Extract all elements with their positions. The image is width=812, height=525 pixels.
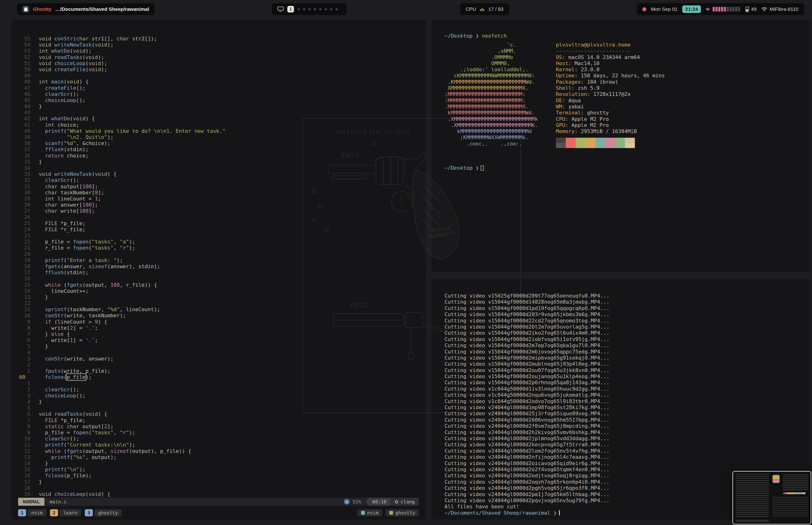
workspaces-segment[interactable]: 1 bbox=[272, 3, 347, 15]
line-number: 10 bbox=[11, 436, 39, 442]
separator-triangle bbox=[366, 498, 369, 506]
code-line: 47 createFile(); bbox=[11, 85, 422, 91]
prompt-symbol: ❯ bbox=[554, 510, 556, 516]
active-app-segment[interactable]: Ghostty …/Documents/Shaved Sheep/rawanim… bbox=[17, 3, 155, 15]
neofetch-ascii-apple: 'c. ,xNMM. .OMMMMo OMMM0, .;loddo:' lool… bbox=[445, 42, 538, 147]
workspace-dot[interactable] bbox=[308, 8, 311, 10]
palette-swatch bbox=[605, 138, 615, 143]
apple-menu-icon[interactable] bbox=[642, 7, 646, 11]
code-line: 31 char output[100]; bbox=[11, 183, 422, 190]
log-line: Cutting video v24044gl0000d2h2kivog65vmv… bbox=[445, 429, 610, 435]
ascii-art-line: .MMMMMMMMMMMMMMMMMMMMMMMMX. bbox=[445, 104, 538, 110]
palette-swatch bbox=[566, 138, 576, 143]
line-number: 8 bbox=[11, 325, 39, 331]
log-line: Cutting video v15044gf0000d2iko2fog65l6u… bbox=[445, 330, 610, 336]
code-line: 17 fflush(stdin); bbox=[11, 270, 422, 276]
neofetch-title: plvsvltra@plvsvltra.home bbox=[556, 42, 665, 48]
status-segment[interactable]: Mon Sep 01 21:24 49 MiFibra-8110 bbox=[637, 3, 804, 15]
tmux-window-nvim[interactable]: 1nvim bbox=[18, 509, 46, 516]
terminal-pane-editor[interactable]: 55void conStr(char str1[], char str2[]);… bbox=[11, 19, 426, 520]
terminal-pane-neofetch[interactable]: ~/Desktop ❯ neofetch 'c. ,xNMM. .OMMMMo … bbox=[431, 19, 811, 272]
ascii-art-line: .;loddo:' loolloddol;. bbox=[445, 66, 538, 73]
pip-apple-logo bbox=[772, 475, 780, 483]
line-number: 30 bbox=[11, 190, 39, 196]
palette-swatch bbox=[585, 143, 595, 148]
line-number: 53 bbox=[11, 48, 39, 54]
neofetch-separator: ------------------------ bbox=[556, 48, 665, 54]
log-output: Cutting video v15025gf0000d289t77og65oen… bbox=[445, 293, 610, 516]
tmux-window-ghostty[interactable]: 3ghostty bbox=[85, 509, 121, 516]
pip-log-thumb bbox=[772, 497, 808, 516]
code-line: 55void conStr(char str1[], char str2[]); bbox=[11, 36, 422, 42]
neofetch-row-terminal: Terminal: ghostty bbox=[556, 110, 665, 116]
line-number: 9 bbox=[11, 430, 39, 436]
line-number: 25 bbox=[11, 221, 39, 227]
line-number: 18 bbox=[11, 485, 39, 491]
code-line: 28 char answer[100]; bbox=[11, 202, 422, 208]
workspace-dot[interactable] bbox=[336, 8, 338, 10]
desktop: PATENTED JAN. 28, 1913 FIG.1 STOLEN PROP… bbox=[0, 0, 812, 525]
neofetch-row-uptime: Uptime: 150 days, 22 hours, 46 mins bbox=[556, 73, 665, 79]
code-line: 18 bbox=[11, 485, 422, 491]
code-line: 5 bbox=[11, 405, 422, 411]
battery-indicator[interactable]: 49 bbox=[746, 6, 756, 12]
line-number: 23 bbox=[11, 232, 39, 239]
line-number: 11 bbox=[11, 306, 39, 313]
log-line: Cutting video v15025gf0000d289t77og65oen… bbox=[445, 293, 610, 299]
shell-prompt-current: ~/Documents/Shaved Sheep/rawanimal ❯ bbox=[445, 510, 610, 516]
clock-badge[interactable]: 21:24 bbox=[682, 5, 701, 13]
ascii-art-line: OMMM0, bbox=[445, 60, 538, 66]
palette-swatch bbox=[566, 143, 576, 148]
workspace-dot[interactable] bbox=[298, 8, 300, 10]
neofetch-info-block: plvsvltra@plvsvltra.home ---------------… bbox=[556, 42, 665, 148]
log-line: Cutting video v15044gf0000d2p6rhnog65qa8… bbox=[445, 379, 610, 386]
line-number: 12 bbox=[11, 300, 39, 306]
tmux-window-learn[interactable]: 2learn bbox=[50, 509, 81, 516]
window-title-path: …/Documents/Shaved Sheep/rawanimal bbox=[55, 6, 149, 12]
wifi-indicator[interactable]: MiFibra-8110 bbox=[761, 6, 798, 12]
log-line: Cutting video v15044gf0000d1pd19fog65qqo… bbox=[445, 305, 610, 311]
code-line: 51void choiceLoop(void); bbox=[11, 60, 422, 66]
tmux-status-nvim: nvim bbox=[357, 509, 382, 516]
workspace-dot[interactable] bbox=[314, 8, 316, 10]
workspace-dot[interactable] bbox=[325, 8, 327, 10]
line-number: 1 bbox=[11, 368, 39, 374]
code-line: 7 FILE *p_file; bbox=[11, 417, 422, 423]
line-number: 49 bbox=[11, 73, 39, 79]
log-line: Cutting video v15044gf0000d2ou07fog65u3j… bbox=[445, 367, 610, 373]
code-line: 19 printf("Enter a task: "); bbox=[11, 257, 422, 264]
ascii-art-line: kMMMMMMMMMMMMMMMMMMMMMMMMWd. bbox=[445, 110, 538, 116]
cpu-segment[interactable]: CPU 17 / 83 bbox=[460, 3, 509, 15]
pip-editor-thumb bbox=[736, 474, 769, 518]
ascii-art-line: .XMMMMMMMMMMMMMMMMMMMMMMMMMMk bbox=[445, 116, 538, 122]
code-line: 11 sprintf(taskNumber, "%d", lineCount); bbox=[11, 306, 422, 313]
line-number: 5 bbox=[11, 343, 39, 349]
line-number: 2 bbox=[11, 362, 39, 368]
line-number: 5 bbox=[11, 405, 39, 411]
neofetch-row-wm: WM: yabai bbox=[556, 104, 665, 110]
neofetch-row-memory: Memory: 2953MiB / 16384MiB bbox=[556, 128, 665, 134]
pip-preview-window[interactable] bbox=[732, 471, 811, 525]
line-number: 1 bbox=[11, 380, 39, 387]
log-line: Cutting video v24044gl0000d2odjtvog65oqj… bbox=[445, 472, 610, 479]
wifi-ssid: MiFibra-8110 bbox=[770, 6, 798, 12]
log-line: Cutting video v24044gl0000d2oqvh7og65rko… bbox=[445, 479, 610, 485]
log-line: Cutting video v1c044g50000d2nqu6vog65juk… bbox=[445, 392, 610, 398]
ascii-art-line: ,xNMM. bbox=[445, 48, 538, 54]
code-line: 60 fclose(p_file); bbox=[11, 374, 422, 380]
line-number: 9 bbox=[11, 319, 39, 325]
palette-swatch bbox=[625, 138, 635, 143]
code-line: 8 write[2] = '.'; bbox=[11, 325, 422, 331]
volume-indicator[interactable] bbox=[706, 7, 741, 12]
code-line: 30 char taskNumber[8]; bbox=[11, 190, 422, 196]
workspace-dot[interactable] bbox=[330, 8, 332, 10]
code-line: 4} bbox=[11, 399, 422, 405]
line-number: 38 bbox=[11, 140, 39, 146]
palette-swatch bbox=[576, 143, 585, 148]
app-name: Ghostty bbox=[33, 6, 51, 12]
log-line: Cutting video v24044gl0000d2pgh5vog65jr6… bbox=[445, 485, 610, 491]
workspace-current[interactable]: 1 bbox=[287, 6, 294, 13]
workspace-dot[interactable] bbox=[303, 8, 305, 10]
workspace-dot[interactable] bbox=[319, 8, 321, 10]
code-line: 53int whatDo(void); bbox=[11, 48, 422, 54]
